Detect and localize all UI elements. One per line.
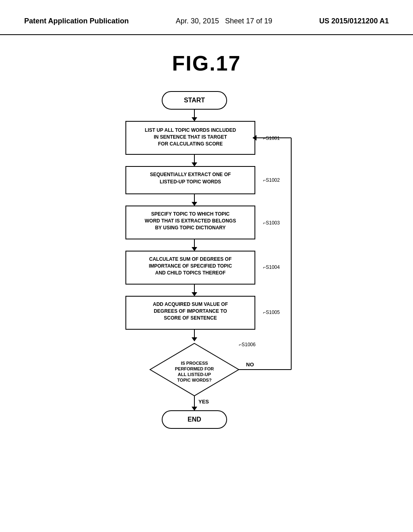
page-header: Patent Application Publication Apr. 30, … xyxy=(0,0,413,35)
s1006-diamond-text-1: IS PROCESS xyxy=(181,361,208,366)
s1002-text-2: LISTED-UP TOPIC WORDS xyxy=(160,179,221,185)
no-label: NO xyxy=(246,362,254,368)
s1003-text-1: SPECIFY TOPIC TO WHICH TOPIC xyxy=(151,211,230,217)
page: Patent Application Publication Apr. 30, … xyxy=(0,0,413,532)
s1006-diamond-text-4: TOPIC WORDS? xyxy=(177,378,212,382)
svg-marker-8 xyxy=(192,202,197,206)
s1006-diamond-text-3: ALL LISTED-UP xyxy=(178,372,211,377)
sheet-label: Sheet 17 of 19 xyxy=(225,17,272,25)
yes-label: YES xyxy=(198,399,209,405)
s1005-text-3: SCORE OF SENTENCE xyxy=(164,315,217,321)
s1004-text-1: CALCULATE SUM OF DEGREES OF xyxy=(149,256,232,262)
s1003-text-3: BY USING TOPIC DICTIONARY xyxy=(155,225,225,231)
header-left: Patent Application Publication xyxy=(24,16,129,26)
header-center: Apr. 30, 2015 Sheet 17 of 19 xyxy=(176,16,272,26)
start-label: START xyxy=(184,97,205,104)
flowchart-svg: START LIST UP ALL TOPIC WORDS INCLUDED I… xyxy=(65,87,348,450)
s1005-text-2: DEGREES OF IMPORTANCE TO xyxy=(154,308,227,314)
s1003-label: ⌐S1003 xyxy=(263,220,280,226)
s1006-diamond-text-2: PERFORMED FOR xyxy=(175,366,214,371)
s1001-text-2: IN SENTENCE THAT IS TARGET xyxy=(154,134,227,140)
s1002-text-1: SEQUENTIALLY EXTRACT ONE OF xyxy=(150,172,231,177)
s1002-label: ⌐S1002 xyxy=(263,177,280,183)
svg-marker-2 xyxy=(192,117,197,121)
s1004-text-3: AND CHILD TOPICS THEREOF xyxy=(155,270,225,276)
svg-marker-17 xyxy=(192,337,197,341)
s1006-label: ⌐S1006 xyxy=(239,342,256,347)
s1001-text-3: FOR CALCULATING SCORE xyxy=(158,141,223,147)
s1003-text-2: WORD THAT IS EXTRACTED BELONGS xyxy=(145,218,236,224)
figure-title: FIG.17 xyxy=(0,51,413,75)
svg-marker-23 xyxy=(192,407,197,411)
header-right: US 2015/0121200 A1 xyxy=(319,16,389,26)
svg-marker-11 xyxy=(192,247,197,251)
s1004-text-2: IMPORTANCE OF SPECIFIED TOPIC xyxy=(149,263,232,269)
date-label: Apr. 30, 2015 xyxy=(176,17,219,25)
s1005-text-1: ADD ACQUIRED SUM VALUE OF xyxy=(153,301,228,307)
flowchart-container: START LIST UP ALL TOPIC WORDS INCLUDED I… xyxy=(0,87,413,450)
svg-marker-5 xyxy=(192,162,197,166)
s1005-label: ⌐S1005 xyxy=(263,310,280,315)
publication-label: Patent Application Publication xyxy=(24,17,129,25)
s1001-text-1: LIST UP ALL TOPIC WORDS INCLUDED xyxy=(145,127,236,133)
end-label: END xyxy=(188,416,201,423)
patent-number-label: US 2015/0121200 A1 xyxy=(319,17,389,25)
s1004-label: ⌐S1004 xyxy=(263,264,280,270)
svg-marker-14 xyxy=(192,292,197,296)
